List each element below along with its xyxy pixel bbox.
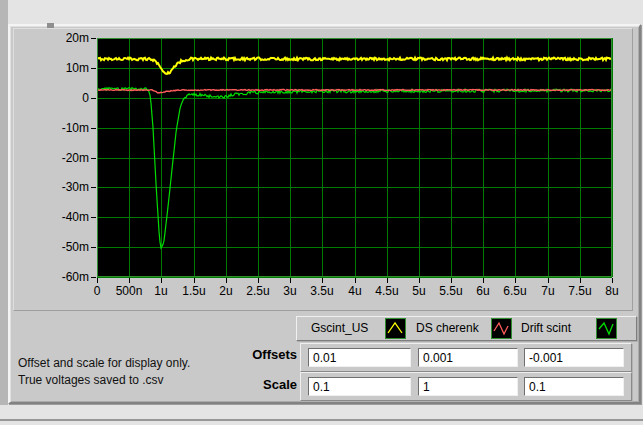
scale-field-1[interactable] bbox=[308, 377, 411, 396]
scale-label: Scale bbox=[200, 377, 297, 392]
labview-front-panel: { "window": { "panel_bg": "#c9c9c9", "ou… bbox=[0, 0, 643, 425]
scale-field-3[interactable] bbox=[524, 377, 624, 396]
plot-legend: Gscint_USDS cherenkDrift scint bbox=[296, 316, 637, 341]
y-axis-tick-label: 20m bbox=[49, 31, 89, 45]
offsets-field-3[interactable] bbox=[524, 348, 624, 367]
y-axis-tick-label: -30m bbox=[49, 180, 89, 194]
display-note-line1: Offset and scale for display only. bbox=[18, 356, 190, 370]
scale-cluster bbox=[300, 372, 632, 401]
y-axis-tick-label: -20m bbox=[49, 151, 89, 165]
scale-field-2[interactable] bbox=[418, 377, 518, 396]
y-axis-tick-label: 10m bbox=[49, 61, 89, 75]
offsets-field-1[interactable] bbox=[308, 348, 411, 367]
legend-item-drift-scint[interactable]: Drift scint bbox=[521, 321, 571, 335]
offsets-label: Offsets bbox=[200, 347, 297, 362]
y-axis-tick-label: -10m bbox=[49, 121, 89, 135]
y-axis-tick-label: -50m bbox=[49, 240, 89, 254]
offsets-cluster bbox=[300, 343, 632, 372]
y-axis-tick-label: -40m bbox=[49, 210, 89, 224]
window-bottom-edge bbox=[0, 419, 643, 421]
legend-item-ds-cherenk[interactable]: DS cherenk bbox=[416, 321, 479, 335]
display-note-line2: True voltages saved to .csv bbox=[18, 373, 164, 387]
yellow-waveform-icon[interactable] bbox=[385, 318, 406, 339]
red-waveform-icon[interactable] bbox=[491, 318, 512, 339]
offsets-field-2[interactable] bbox=[418, 348, 518, 367]
waveform-graph bbox=[0, 0, 643, 314]
y-axis-tick-label: -60m bbox=[49, 270, 89, 284]
plot-area bbox=[97, 38, 612, 277]
x-axis-tick-label: 8u bbox=[590, 284, 634, 298]
y-axis-tick-label: 0 bbox=[49, 91, 89, 105]
legend-item-gscint-us[interactable]: Gscint_US bbox=[311, 321, 368, 335]
green-waveform-icon[interactable] bbox=[596, 318, 617, 339]
